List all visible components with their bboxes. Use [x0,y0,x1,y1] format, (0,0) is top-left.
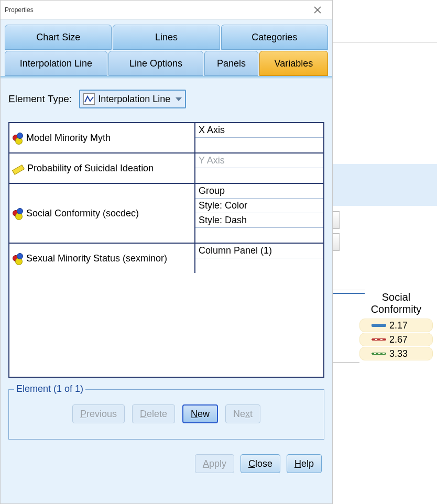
tab-variables[interactable]: Variables [259,51,328,76]
nominal-icon [13,133,23,143]
variable-name: Social Conformity (socdec) [26,208,139,219]
interpolation-line-icon [83,93,95,105]
assignment-cell[interactable]: Column Panel (1) [195,244,323,258]
background-divider-2 [333,362,359,363]
tab-chart-size[interactable]: Chart Size [5,25,112,50]
background-strip [333,164,437,206]
tab-panels[interactable]: Panels [204,51,258,76]
table-row[interactable]: Social Conformity (socdec) Group Style: … [9,184,323,244]
table-row[interactable]: Model Minority Myth X Axis [9,123,323,154]
assignment-cell[interactable]: Y Axis [195,154,323,168]
assignment-cell[interactable]: X Axis [195,123,323,138]
variables-table: Model Minority Myth X Axis Probability o… [8,122,324,378]
chart-legend: Social Conformity 2.17 2.67 3.33 [355,291,437,361]
legend-value: 2.67 [389,334,408,345]
assignment-cell[interactable]: Group [195,184,323,199]
properties-dialog: Properties Chart Size Lines Categories I… [0,0,333,504]
tab-line-options[interactable]: Line Options [108,51,203,76]
previous-button: Previous [72,404,125,423]
legend-title: Social Conformity [355,291,437,315]
nominal-icon [13,253,23,264]
delete-button: Delete [132,404,175,423]
chevron-down-icon [176,97,182,101]
legend-item[interactable]: 2.67 [359,333,433,346]
group-legend: Element (1 of 1) [14,384,85,395]
legend-swatch-icon [372,324,386,327]
variable-name: Sexual Minority Status (sexminor) [26,253,167,264]
legend-swatch-icon [372,353,386,355]
assignment-cell[interactable] [195,258,323,273]
element-type-value: Interpolation Line [98,94,170,105]
next-button: Next [225,404,260,423]
background-header [333,19,437,42]
tab-categories[interactable]: Categories [221,25,328,50]
element-type-label: Element Type: [8,93,72,105]
assignment-cell[interactable] [195,168,323,183]
legend-swatch-icon [372,338,386,341]
variable-name: Probability of Suicidal Ideation [27,163,154,174]
assignment-cell[interactable] [195,228,323,243]
legend-item[interactable]: 3.33 [359,347,433,360]
element-type-combo[interactable]: Interpolation Line [79,90,186,108]
legend-value: 3.33 [389,348,408,359]
apply-button: Apply [195,454,234,473]
table-row[interactable]: Sexual Minority Status (sexminor) Column… [9,244,323,273]
new-button[interactable]: New [182,404,218,423]
nominal-icon [13,208,23,218]
background-divider [333,290,365,290]
legend-value: 2.17 [389,320,408,331]
tab-lines[interactable]: Lines [113,25,220,50]
title-bar: Properties [1,1,332,19]
legend-item[interactable]: 2.17 [359,319,433,332]
element-group: Element (1 of 1) Previous Delete New Nex… [8,389,324,440]
table-row[interactable]: Probability of Suicidal Ideation Y Axis [9,154,323,184]
variable-name: Model Minority Myth [26,133,111,144]
assignment-cell[interactable]: Style: Color [195,199,323,213]
assignment-cell[interactable] [195,138,323,152]
background-window [333,19,437,504]
tab-interpolation-line[interactable]: Interpolation Line [5,51,107,76]
scale-icon [12,165,25,175]
close-icon[interactable] [306,2,329,18]
window-title: Properties [5,6,34,14]
close-button[interactable]: Close [241,454,280,473]
tabs: Chart Size Lines Categories Interpolatio… [1,19,332,76]
assignment-cell[interactable]: Style: Dash [195,213,323,228]
help-button[interactable]: Help [287,454,322,473]
